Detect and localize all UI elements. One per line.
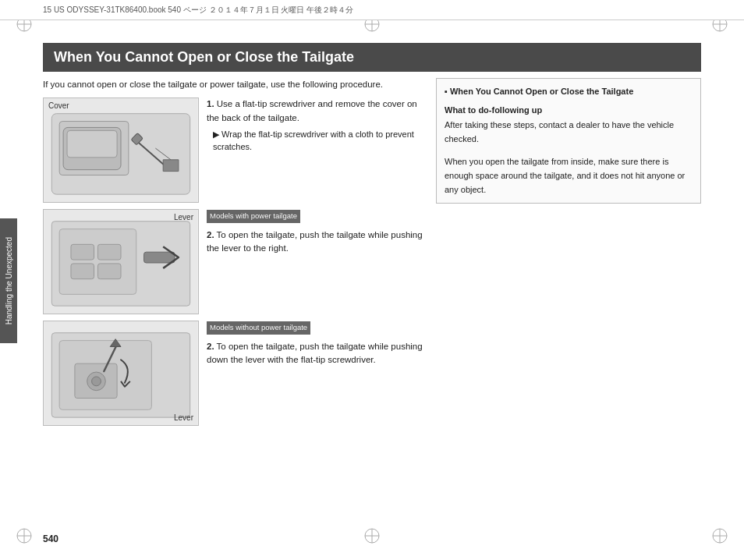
row-1: Cover [43, 97, 425, 203]
step-1-text: 1. Use a flat-tip screwdriver and remove… [207, 97, 425, 125]
svg-rect-32 [144, 252, 175, 263]
step-2-power-main: To open the tailgate, push the tailgate … [207, 230, 423, 253]
intro-text: If you cannot open or close the tailgate… [43, 78, 425, 91]
row-3-inner: Lever [43, 321, 425, 426]
step-2-no-power-main: To open the tailgate, push the tailgate … [207, 342, 423, 364]
svg-rect-31 [97, 264, 121, 279]
header-bar: 15 US ODYSSEY-31TK86400.book 540 ページ ２０１… [0, 0, 744, 20]
step-2-no-power-text: 2. To open the tailgate, push the tailga… [207, 340, 425, 367]
page-number: 540 [43, 533, 58, 544]
step-2-no-power-number: 2. [207, 342, 214, 351]
note-body-1: After taking these steps, contact a deal… [445, 119, 693, 146]
diagram-1-label: Cover [48, 101, 69, 110]
diagram-3-illustration [44, 321, 198, 425]
diagram-2-illustration [44, 210, 198, 314]
badge-no-power: Models without power tailgate [207, 321, 310, 334]
note-body-2: When you open the tailgate from inside, … [445, 155, 693, 197]
badge-power: Models with power tailgate [207, 210, 300, 222]
diagram-2: Lever [43, 209, 199, 314]
title-banner: When You Cannot Open or Close the Tailga… [43, 43, 701, 72]
step-1-number: 1. [207, 99, 214, 108]
svg-rect-29 [97, 245, 121, 261]
diagram-2-label: Lever [174, 213, 193, 222]
svg-rect-22 [67, 131, 117, 158]
step-2-power-number: 2. [207, 230, 214, 239]
step-2-power-block: Models with power tailgate 2. To open th… [207, 209, 425, 255]
svg-rect-27 [59, 229, 136, 295]
diagram-1-illustration [44, 98, 198, 202]
side-tab: Handling the Unexpected [0, 218, 17, 343]
side-tab-text: Handling the Unexpected [5, 237, 13, 324]
step-2-no-power-block: Models without power tailgate 2. To open… [207, 321, 425, 367]
diagram-3: Lever [43, 321, 199, 426]
note-box: ▪ When You Cannot Open or Close the Tail… [436, 78, 701, 204]
svg-point-38 [92, 377, 101, 386]
right-column: ▪ When You Cannot Open or Close the Tail… [436, 78, 701, 521]
diagram-3-label: Lever [174, 413, 193, 422]
diagram-1: Cover [43, 97, 199, 203]
page-title: When You Cannot Open or Close the Tailga… [54, 49, 354, 65]
note-title: ▪ When You Cannot Open or Close the Tail… [445, 85, 693, 99]
row-2-power: Lever [43, 209, 425, 314]
svg-rect-28 [71, 245, 94, 261]
step-2-power-text: 2. To open the tailgate, push the tailga… [207, 229, 425, 256]
main-content: If you cannot open or close the tailgate… [43, 78, 701, 521]
step-1-block: 1. Use a flat-tip screwdriver and remove… [207, 97, 425, 154]
row-2-inner: Lever [43, 209, 425, 314]
left-column: If you cannot open or close the tailgate… [43, 78, 425, 521]
header-text: 15 US ODYSSEY-31TK86400.book 540 ページ ２０１… [43, 5, 353, 16]
svg-rect-30 [71, 264, 94, 279]
row-3-no-power: Lever [43, 321, 425, 426]
note-subtitle: What to do-following up [445, 104, 693, 118]
step-1-main: Use a flat-tip screwdriver and remove th… [207, 99, 417, 122]
step-1-sub: ▶ Wrap the flat-tip screwdriver with a c… [207, 128, 425, 154]
